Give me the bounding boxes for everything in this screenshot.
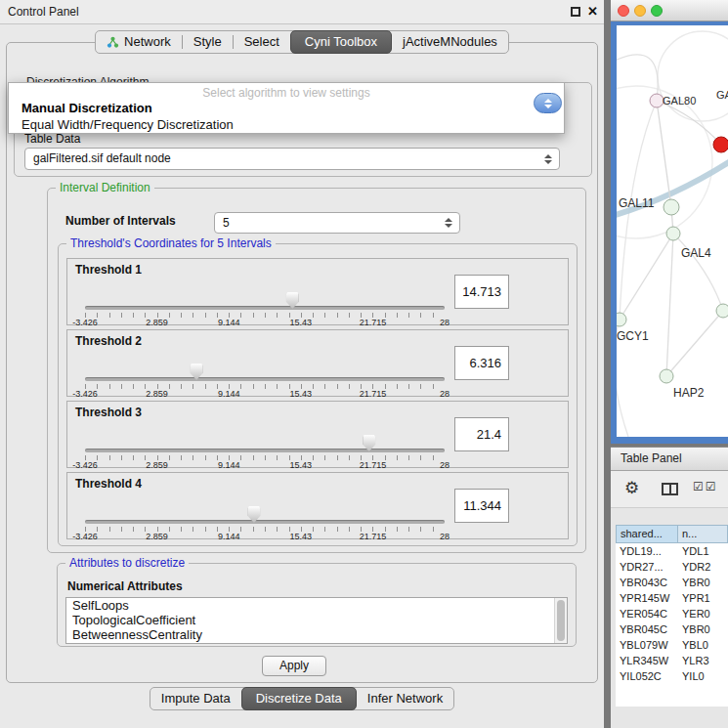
table-row[interactable]: YBR043CYBR0 xyxy=(616,575,728,590)
axis-tick-label: 21.715 xyxy=(360,318,387,327)
tab-jactivemnodules[interactable]: jActiveMNodules xyxy=(392,31,508,53)
axis-tick-label: 28 xyxy=(440,460,450,470)
tab-impute-data[interactable]: Impute Data xyxy=(150,688,241,709)
control-panel-window: Control Panel ✕ Network Style Select Cyn… xyxy=(0,0,604,728)
cell: YER054C xyxy=(616,606,678,621)
list-item[interactable]: SelfLoops xyxy=(66,598,567,613)
tab-select[interactable]: Select xyxy=(234,31,290,53)
top-tab-bar: Network Style Select Cyni Toolbox jActiv… xyxy=(0,30,604,54)
tab-label: Discretize Data xyxy=(256,688,342,709)
node-label-hap2: HAP2 xyxy=(673,386,705,400)
table-row[interactable]: YER054CYER0 xyxy=(616,606,728,621)
axis-tick-label: 2.859 xyxy=(146,532,168,541)
scrollbar-thumb[interactable] xyxy=(557,600,565,641)
slider-track[interactable] xyxy=(85,520,445,524)
network-window-titlebar xyxy=(611,0,728,21)
network-view-window: GAL80 GA GAL11 GAL4 GCY1 HAP2 xyxy=(611,0,728,444)
threshold-3-slider[interactable]: -3.426 2.859 9.144 15.43 21.715 28 xyxy=(85,402,445,467)
node-red-selected xyxy=(713,137,728,152)
tab-label: Impute Data xyxy=(161,688,231,709)
tab-label: Style xyxy=(193,31,222,53)
show-columns-icon[interactable] xyxy=(662,483,678,495)
threshold-2-panel: Threshold 2 -3.426 2.859 9.144 15.43 21.… xyxy=(66,329,569,397)
threshold-4-value-field[interactable]: 11.344 xyxy=(454,489,509,523)
tab-network[interactable]: Network xyxy=(96,31,182,53)
number-of-intervals-combobox[interactable]: 5 xyxy=(214,212,460,234)
threshold-4-panel: Threshold 4 -3.426 2.859 9.144 15.43 21.… xyxy=(66,472,569,539)
algorithm-combobox-button[interactable] xyxy=(534,93,562,113)
threshold-3-panel: Threshold 3 -3.426 2.859 9.144 15.43 21.… xyxy=(66,401,569,468)
axis-tick-label: 15.43 xyxy=(290,532,313,541)
column-header-shared-name[interactable]: shared... xyxy=(616,525,678,543)
zoom-traffic-light-icon[interactable] xyxy=(651,5,663,17)
table-data-value: galFiltered.sif default node xyxy=(25,149,559,169)
table-row[interactable]: YBL079WYBL0 xyxy=(616,637,728,653)
list-item[interactable]: TopologicalCoefficient xyxy=(66,613,567,627)
threshold-2-slider[interactable]: -3.426 2.859 9.144 15.43 21.715 28 xyxy=(85,330,445,396)
threshold-4-slider[interactable]: -3.426 2.859 9.144 15.43 21.715 28 xyxy=(85,473,445,538)
group-title: Threshold's Coordinates for 5 Intervals xyxy=(66,236,276,250)
column-header-name[interactable]: n... xyxy=(678,525,728,543)
float-window-icon[interactable] xyxy=(571,7,580,17)
group-title: Interval Definition xyxy=(56,181,154,194)
cell: YDL1 xyxy=(678,543,728,559)
dropdown-option-manual-discretization[interactable]: Manual Discretization xyxy=(9,101,564,115)
minimize-traffic-light-icon[interactable] xyxy=(634,5,646,17)
table-data-combobox[interactable]: galFiltered.sif default node xyxy=(24,148,560,170)
network-tab-icon xyxy=(107,36,119,49)
axis-tick-label: 28 xyxy=(440,532,450,541)
axis-tick-label: 9.144 xyxy=(218,318,240,327)
table-row[interactable]: YBR045CYBR0 xyxy=(616,621,728,637)
axis-tick-label: -3.426 xyxy=(72,460,98,470)
slider-track[interactable] xyxy=(85,306,445,310)
list-scrollbar[interactable] xyxy=(554,598,567,643)
dropdown-option-equal-width[interactable]: Equal Width/Frequency Discretization xyxy=(9,117,564,132)
threshold-3-value-field[interactable]: 21.4 xyxy=(454,417,509,451)
threshold-1-value-field[interactable]: 14.713 xyxy=(454,275,509,309)
axis-tick-label: -3.426 xyxy=(72,318,98,327)
node-gal11 xyxy=(664,199,679,215)
select-columns-icon[interactable]: ☑☑ xyxy=(693,480,718,493)
axis-tick-label: 21.715 xyxy=(360,460,387,470)
cell: YBR0 xyxy=(678,621,728,637)
close-icon[interactable]: ✕ xyxy=(587,4,598,19)
cell: YIL0 xyxy=(678,668,728,684)
tab-infer-network[interactable]: Infer Network xyxy=(357,688,453,709)
table-row[interactable]: YDR27...YDR2 xyxy=(616,559,728,575)
axis-tick-label: 2.859 xyxy=(146,318,168,327)
slider-track[interactable] xyxy=(85,377,445,381)
attributes-list: SelfLoops TopologicalCoefficient Between… xyxy=(65,597,568,644)
threshold-1-panel: Threshold 1 -3.426 2.859 9.144 15.43 21.… xyxy=(66,258,569,325)
algorithm-dropdown-popup: Select algorithm to view settings Manual… xyxy=(8,82,565,134)
apply-button[interactable]: Apply xyxy=(262,656,326,676)
table-row[interactable]: YPR145WYPR1 xyxy=(616,590,728,606)
cell: YBR0 xyxy=(678,575,728,590)
tab-label: Network xyxy=(124,31,171,53)
slider-track[interactable] xyxy=(85,449,445,452)
slider-axis-labels: -3.426 2.859 9.144 15.43 21.715 28 xyxy=(85,460,445,470)
slider-axis-labels: -3.426 2.859 9.144 15.43 21.715 28 xyxy=(85,318,445,327)
table-row[interactable]: YDL19...YDL1 xyxy=(616,543,728,559)
cell: YBR045C xyxy=(616,621,678,637)
table-row[interactable]: YIL052CYIL0 xyxy=(616,668,728,684)
threshold-1-slider[interactable]: -3.426 2.859 9.144 15.43 21.715 28 xyxy=(85,259,445,324)
tab-discretize-data[interactable]: Discretize Data xyxy=(241,687,357,710)
node-table: shared... n... YDL19...YDL1 YDR27...YDR2… xyxy=(616,525,728,707)
attributes-group: Attributes to discretize Numerical Attri… xyxy=(57,563,577,647)
network-view-frame: GAL80 GA GAL11 GAL4 GCY1 HAP2 xyxy=(611,21,728,444)
cell: YBR043C xyxy=(616,575,678,590)
tab-cyni-toolbox[interactable]: Cyni Toolbox xyxy=(290,30,392,54)
axis-tick-label: 15.43 xyxy=(290,460,313,470)
cell: YLR345W xyxy=(616,653,678,668)
threshold-coordinates-group: Threshold's Coordinates for 5 Intervals … xyxy=(58,243,578,546)
network-canvas[interactable]: GAL80 GA GAL11 GAL4 GCY1 HAP2 xyxy=(617,25,728,437)
tab-style[interactable]: Style xyxy=(183,31,233,53)
axis-tick-label: 15.43 xyxy=(290,318,313,327)
cell: YIL052C xyxy=(616,668,678,684)
close-traffic-light-icon[interactable] xyxy=(618,5,629,17)
threshold-2-value-field[interactable]: 6.316 xyxy=(454,346,509,380)
table-header-row: shared... n... xyxy=(616,525,728,543)
list-item[interactable]: BetweennessCentrality xyxy=(66,627,567,642)
gear-icon[interactable]: ⚙ xyxy=(624,478,639,498)
table-row[interactable]: YLR345WYLR3 xyxy=(616,653,728,668)
